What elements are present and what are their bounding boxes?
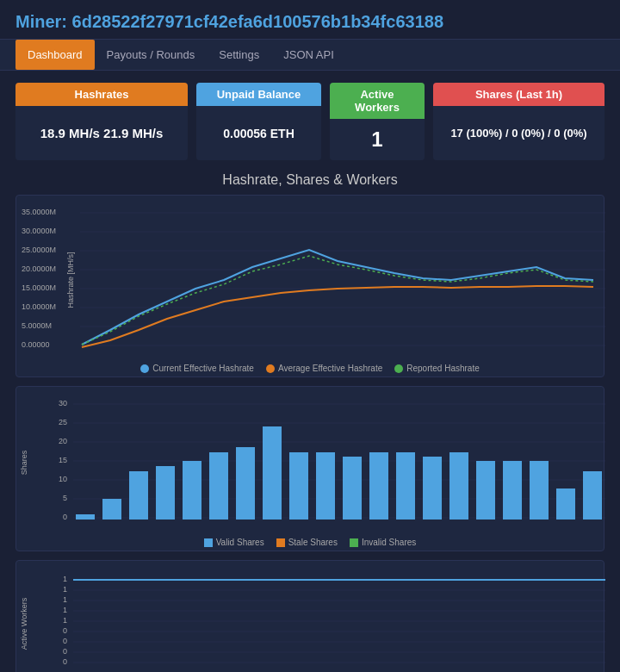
svg-text:5.0000M: 5.0000M	[22, 321, 52, 330]
svg-text:1: 1	[63, 606, 67, 614]
svg-text:0: 0	[63, 657, 67, 666]
main-chart-title: Hashrate, Shares & Workers	[16, 172, 604, 188]
legend-current: Current Effective Hashrate	[140, 364, 254, 373]
svg-rect-38	[236, 447, 255, 520]
legend-reported: Reported Hashrate	[394, 364, 480, 373]
legend-current-label: Current Effective Hashrate	[152, 364, 254, 373]
svg-rect-42	[343, 457, 362, 520]
header: Miner: 6d28522f27971cf42efa6d100576b1b34…	[0, 0, 620, 40]
svg-text:25.0000M: 25.0000M	[22, 246, 56, 254]
stats-row: Hashrates 18.9 MH/s 21.9 MH/s Unpaid Bal…	[0, 71, 620, 172]
chart-section: Hashrate, Shares & Workers 35.0000M 30.0…	[0, 172, 620, 672]
legend-reported-dot	[394, 364, 403, 373]
svg-text:1: 1	[63, 585, 67, 594]
svg-rect-34	[129, 471, 148, 520]
nav-dashboard[interactable]: Dashboard	[16, 40, 95, 70]
svg-rect-32	[76, 514, 95, 520]
svg-rect-37	[209, 452, 228, 520]
legend-stale-rect	[276, 538, 285, 547]
hashrates-label: Hashrates	[16, 83, 188, 106]
svg-rect-49	[530, 461, 549, 520]
hashrates-card: Hashrates 18.9 MH/s 21.9 MH/s	[16, 83, 188, 160]
legend-average-label: Average Effective Hashrate	[278, 364, 382, 373]
legend-invalid-label: Invalid Shares	[362, 538, 416, 547]
svg-text:25: 25	[59, 418, 67, 426]
active-label: Active Workers	[330, 83, 425, 119]
svg-text:Shares: Shares	[20, 450, 28, 475]
svg-text:10.0000M: 10.0000M	[22, 302, 56, 311]
svg-text:15.0000M: 15.0000M	[22, 283, 56, 292]
legend-invalid-rect	[350, 538, 358, 547]
shares-legend: Valid Shares Stale Shares Invalid Shares	[20, 538, 600, 547]
svg-text:0: 0	[63, 513, 67, 521]
workers-chart: 1 1 1 1 1 0 0 0 0 Active Workers	[20, 568, 609, 672]
svg-text:30: 30	[59, 399, 67, 408]
miner-address: 6d28522f27971cf42efa6d100576b1b34fc63188	[72, 12, 443, 31]
legend-invalid: Invalid Shares	[350, 538, 416, 547]
miner-label: Miner:	[16, 12, 67, 31]
svg-rect-44	[396, 452, 415, 520]
svg-text:10: 10	[59, 475, 67, 483]
navbar: Dashboard Payouts / Rounds Settings JSON…	[0, 40, 620, 71]
svg-text:20: 20	[59, 437, 67, 445]
svg-rect-45	[423, 457, 442, 520]
svg-rect-51	[583, 471, 602, 520]
legend-stale-label: Stale Shares	[288, 538, 338, 547]
workers-chart-container: 1 1 1 1 1 0 0 0 0 Active Workers	[16, 560, 604, 672]
legend-average-dot	[266, 364, 275, 373]
svg-rect-40	[289, 452, 308, 520]
nav-jsonapi[interactable]: JSON API	[271, 40, 346, 70]
svg-text:15: 15	[59, 456, 67, 464]
svg-text:0.00000: 0.00000	[22, 340, 50, 349]
svg-text:30.0000M: 30.0000M	[22, 227, 56, 235]
svg-rect-47	[476, 461, 495, 520]
active-card: Active Workers 1	[330, 83, 425, 160]
nav-settings[interactable]: Settings	[207, 40, 271, 70]
svg-rect-50	[556, 488, 575, 520]
svg-rect-39	[263, 426, 282, 520]
legend-current-dot	[140, 364, 149, 373]
active-value: 1	[330, 119, 425, 160]
unpaid-label: Unpaid Balance	[196, 83, 321, 106]
legend-valid-rect	[204, 538, 213, 547]
svg-text:1: 1	[63, 595, 67, 604]
shares-label: Shares (Last 1h)	[433, 83, 604, 106]
hashrates-value: 18.9 MH/s 21.9 MH/s	[16, 106, 188, 160]
shares-card: Shares (Last 1h) 17 (100%) / 0 (0%) / 0 …	[433, 83, 604, 160]
svg-rect-36	[183, 461, 202, 520]
svg-rect-48	[503, 461, 522, 520]
nav-payouts[interactable]: Payouts / Rounds	[95, 40, 208, 70]
svg-text:Active Workers: Active Workers	[20, 597, 28, 650]
svg-text:0: 0	[63, 647, 67, 656]
legend-valid-label: Valid Shares	[216, 538, 264, 547]
svg-text:0: 0	[63, 637, 67, 645]
hashrate-chart: 35.0000M 30.0000M 25.0000M 20.0000M 15.0…	[20, 202, 609, 358]
svg-text:20.0000M: 20.0000M	[22, 264, 56, 273]
hashrate-chart-container: 35.0000M 30.0000M 25.0000M 20.0000M 15.0…	[16, 195, 604, 377]
svg-text:5: 5	[63, 494, 67, 502]
legend-reported-label: Reported Hashrate	[406, 364, 480, 373]
page-title: Miner: 6d28522f27971cf42efa6d100576b1b34…	[16, 12, 604, 32]
svg-rect-35	[156, 466, 175, 520]
svg-text:35.0000M: 35.0000M	[22, 208, 56, 216]
legend-valid: Valid Shares	[204, 538, 264, 547]
svg-text:1: 1	[63, 616, 67, 625]
unpaid-card: Unpaid Balance 0.00056 ETH	[196, 83, 321, 160]
shares-chart: 30 25 20 15 10 5 0 Shares	[20, 394, 609, 532]
svg-text:0: 0	[63, 626, 67, 635]
legend-stale: Stale Shares	[276, 538, 338, 547]
hashrate-legend: Current Effective Hashrate Average Effec…	[20, 364, 600, 373]
unpaid-value: 0.00056 ETH	[196, 106, 321, 160]
svg-rect-46	[450, 452, 468, 520]
svg-text:1: 1	[63, 575, 67, 583]
svg-rect-41	[316, 452, 335, 520]
legend-average: Average Effective Hashrate	[266, 364, 382, 373]
svg-rect-33	[102, 499, 121, 520]
shares-chart-container: 30 25 20 15 10 5 0 Shares	[16, 386, 604, 551]
svg-text:Hashrate [MH/s]: Hashrate [MH/s]	[66, 252, 75, 308]
svg-rect-43	[369, 452, 388, 520]
shares-value: 17 (100%) / 0 (0%) / 0 (0%)	[433, 106, 604, 160]
